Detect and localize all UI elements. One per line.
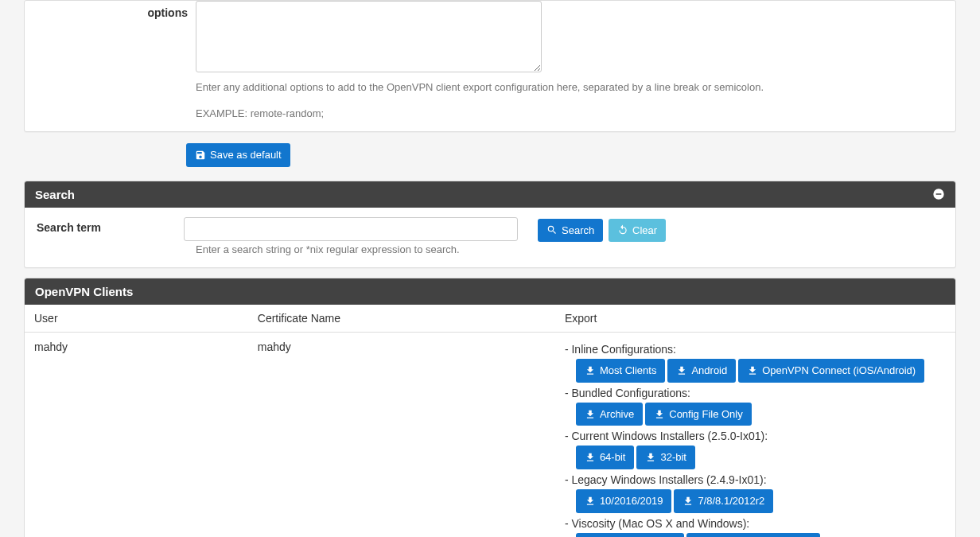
search-panel-header: Search — [25, 181, 955, 208]
additional-options-textarea[interactable] — [196, 1, 542, 72]
clients-panel-header: OpenVPN Clients — [25, 278, 955, 305]
download-button[interactable]: 7/8/8.1/2012r2 — [674, 489, 773, 513]
clients-panel-title: OpenVPN Clients — [35, 285, 133, 298]
download-icon — [585, 496, 596, 507]
download-icon — [645, 452, 656, 463]
download-icon — [676, 365, 687, 376]
search-panel: Search Search term Search Clear Enter a … — [24, 181, 956, 269]
cell-cert: mahdy — [248, 333, 555, 537]
export-group-label: Current Windows Installers (2.5.0-Ix01): — [565, 430, 946, 442]
download-button[interactable]: 10/2016/2019 — [576, 489, 672, 513]
save-as-default-button[interactable]: Save as default — [186, 143, 290, 167]
download-button[interactable]: Android — [667, 359, 736, 383]
col-user: User — [25, 305, 248, 333]
export-button-row: 64-bit32-bit — [576, 444, 946, 471]
download-icon — [682, 496, 694, 507]
download-icon — [585, 365, 596, 376]
col-cert: Certificate Name — [248, 305, 555, 333]
search-panel-title: Search — [35, 188, 75, 201]
additional-options-help-2: EXAMPLE: remote-random; — [196, 107, 931, 119]
cell-user: mahdy — [25, 333, 248, 537]
download-button-label: Archive — [600, 408, 634, 421]
additional-options-label: options — [37, 1, 196, 75]
table-row: mahdymahdyInline Configurations:Most Cli… — [25, 333, 955, 537]
cell-export: Inline Configurations:Most ClientsAndroi… — [555, 333, 955, 537]
download-button-label: 7/8/8.1/2012r2 — [698, 495, 764, 508]
col-export: Export — [555, 305, 955, 333]
search-term-label: Search term — [37, 217, 184, 234]
download-button[interactable]: 32-bit — [636, 446, 695, 469]
clear-button-label: Clear — [632, 224, 657, 237]
undo-icon — [617, 224, 628, 235]
download-button-label: 10/2016/2019 — [600, 495, 663, 508]
search-help-text: Enter a search string or *nix regular ex… — [184, 243, 955, 267]
download-button-label: Most Clients — [600, 364, 657, 377]
export-group-label: Viscosity (Mac OS X and Windows): — [565, 517, 946, 530]
export-button-row: 10/2016/20197/8/8.1/2012r2 — [576, 488, 946, 515]
download-button-label: Config File Only — [669, 408, 742, 421]
additional-options-help-1: Enter any additional options to add to t… — [196, 81, 931, 93]
collapse-icon[interactable] — [932, 188, 945, 200]
search-input[interactable] — [184, 217, 518, 241]
download-button[interactable]: Most Clients — [576, 359, 666, 383]
clear-button[interactable]: Clear — [609, 219, 666, 243]
export-group-label: Inline Configurations: — [565, 343, 946, 356]
download-button-label: Android — [691, 364, 727, 377]
download-icon — [654, 409, 665, 420]
download-icon — [585, 452, 596, 463]
download-button[interactable]: Archive — [576, 403, 643, 426]
export-button-row: Most ClientsAndroidOpenVPN Connect (iOS/… — [576, 357, 946, 384]
download-button[interactable]: Viscosity Inline Config — [686, 533, 820, 537]
clients-table: User Certificate Name Export mahdymahdyI… — [25, 305, 955, 537]
search-button[interactable]: Search — [538, 219, 603, 243]
download-button[interactable]: OpenVPN Connect (iOS/Android) — [738, 359, 924, 383]
export-group-label: Bundled Configurations: — [565, 387, 946, 399]
download-icon — [585, 409, 596, 420]
clients-table-header-row: User Certificate Name Export — [25, 305, 955, 333]
additional-options-panel: options Enter any additional options to … — [24, 0, 956, 132]
download-button[interactable]: Viscosity Bundle — [576, 533, 684, 537]
download-button-label: 32-bit — [660, 451, 686, 464]
save-button-label: Save as default — [210, 149, 282, 161]
download-button-label: 64-bit — [600, 451, 626, 464]
download-icon — [747, 365, 758, 376]
export-button-row: Viscosity BundleViscosity Inline Config — [576, 531, 946, 537]
search-button-label: Search — [562, 224, 594, 237]
openvpn-clients-panel: OpenVPN Clients User Certificate Name Ex… — [24, 278, 956, 537]
download-button[interactable]: Config File Only — [645, 403, 751, 426]
export-button-row: ArchiveConfig File Only — [576, 401, 946, 428]
download-button[interactable]: 64-bit — [576, 446, 635, 469]
download-button-label: OpenVPN Connect (iOS/Android) — [762, 364, 916, 377]
export-group-label: Legacy Windows Installers (2.4.9-Ix01): — [565, 473, 946, 486]
search-icon — [546, 224, 558, 235]
save-icon — [195, 150, 206, 161]
